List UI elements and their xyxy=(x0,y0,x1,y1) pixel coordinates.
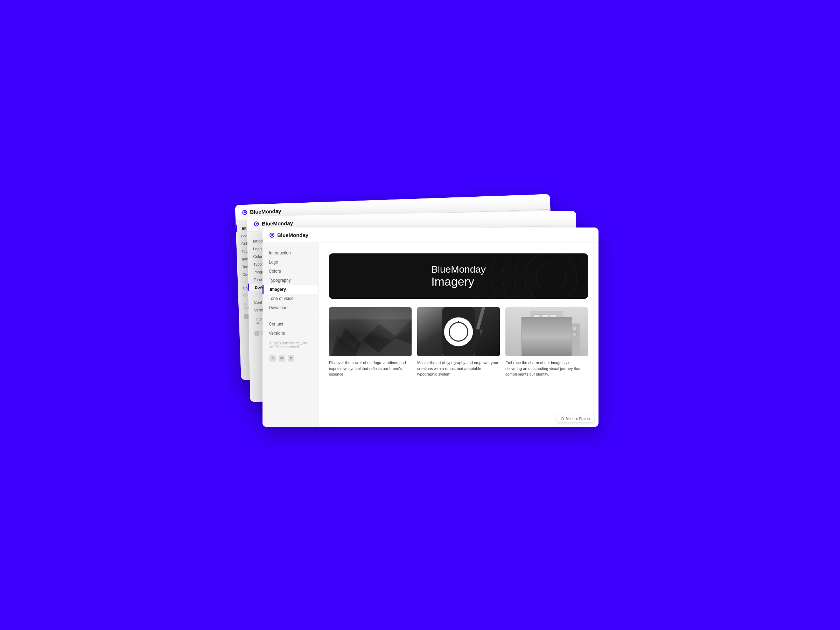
imagery-card-1: Discover the power of our logo: a refine… xyxy=(329,307,412,377)
svg-rect-29 xyxy=(542,331,548,336)
window2-logo-icon xyxy=(254,221,259,226)
svg-rect-28 xyxy=(534,331,540,336)
imagery-desc-3: Embrace the charm of our image style, de… xyxy=(505,360,588,377)
svg-rect-31 xyxy=(534,339,540,344)
w2-twitter-icon xyxy=(254,331,259,336)
twitter-icon xyxy=(243,314,248,319)
hero-circles-bg xyxy=(329,253,588,299)
clock-svg xyxy=(417,307,500,356)
svg-rect-26 xyxy=(542,323,548,328)
rock-svg xyxy=(329,307,412,356)
svg-point-14 xyxy=(444,317,473,346)
svg-point-15 xyxy=(457,330,459,333)
svg-marker-9 xyxy=(329,328,412,356)
scene: BlueMonday Introduc... Logo Colors Typog… xyxy=(227,193,613,437)
imagery-img-rock xyxy=(329,307,412,356)
svg-rect-21 xyxy=(530,311,563,356)
svg-rect-6 xyxy=(329,307,412,356)
w3-sidebar-versions[interactable]: Versions xyxy=(262,328,318,338)
svg-rect-24 xyxy=(550,314,556,319)
svg-rect-22 xyxy=(534,314,540,319)
window1-brand-name: BlueMonday xyxy=(250,208,281,215)
window3-body: Introduction Logo Colors Typography Imag… xyxy=(262,243,598,427)
framer-badge-label: Made in Framer xyxy=(565,417,591,421)
w3-sidebar-tone[interactable]: Tone of voice xyxy=(262,294,318,303)
svg-rect-23 xyxy=(542,314,548,319)
svg-rect-33 xyxy=(550,339,556,344)
w3-social-row: 𝕏 ✉ ⚙ xyxy=(262,352,318,364)
svg-rect-35 xyxy=(567,327,571,330)
window3-main: BlueMonday Imagery xyxy=(319,243,598,427)
w3-sidebar-contact[interactable]: Contact xyxy=(262,319,318,328)
svg-rect-38 xyxy=(572,333,576,336)
svg-marker-10 xyxy=(354,338,412,356)
imagery-hero-section: BlueMonday Imagery xyxy=(329,253,588,299)
w3-sidebar-logo[interactable]: Logo xyxy=(262,257,318,267)
window3-brand-name: BlueMonday xyxy=(277,232,308,238)
window2-brand-name: BlueMonday xyxy=(262,220,293,227)
window3-logo-icon xyxy=(270,233,275,238)
w3-mail-icon[interactable]: ✉ xyxy=(279,355,285,362)
svg-rect-37 xyxy=(567,333,571,336)
window3-header: BlueMonday xyxy=(262,227,598,243)
building-svg xyxy=(505,307,588,356)
svg-rect-25 xyxy=(534,323,540,328)
svg-point-0 xyxy=(536,262,566,292)
svg-rect-7 xyxy=(329,319,412,356)
imagery-card-3: Embrace the charm of our image style, de… xyxy=(505,307,588,377)
svg-line-17 xyxy=(458,332,466,334)
w3-settings-icon[interactable]: ⚙ xyxy=(288,355,294,362)
framer-icon: ⬡ xyxy=(561,417,564,421)
window3-sidebar: Introduction Logo Colors Typography Imag… xyxy=(262,243,319,427)
imagery-grid: Discover the power of our logo: a refine… xyxy=(329,307,588,377)
w3-sidebar-divider xyxy=(262,316,318,316)
w3-sidebar-typography[interactable]: Typography xyxy=(262,276,318,285)
svg-rect-27 xyxy=(550,323,556,328)
window-front: BlueMonday Introduction Logo Colors Typo… xyxy=(262,227,598,427)
w3-sidebar-imagery[interactable]: Imagery xyxy=(262,285,318,294)
svg-rect-32 xyxy=(542,339,548,344)
svg-rect-36 xyxy=(572,327,576,330)
window1-logo-icon xyxy=(242,210,247,215)
svg-marker-8 xyxy=(329,319,412,356)
imagery-img-clock xyxy=(417,307,500,356)
svg-point-3 xyxy=(503,253,588,299)
imagery-img-building xyxy=(505,307,588,356)
imagery-card-2: Master the art of typography and empower… xyxy=(417,307,500,377)
w3-sidebar-copyright: © 2023 BlueMonday, Inc. All Rights reser… xyxy=(262,338,318,352)
w3-sidebar-intro[interactable]: Introduction xyxy=(262,248,318,257)
imagery-desc-1: Discover the power of our logo: a refine… xyxy=(329,360,412,377)
w3-sidebar-download[interactable]: Download xyxy=(262,303,318,312)
imagery-desc-2: Master the art of typography and empower… xyxy=(417,360,500,377)
svg-rect-34 xyxy=(563,324,579,356)
svg-rect-30 xyxy=(550,331,556,336)
w3-sidebar-colors[interactable]: Colors xyxy=(262,267,318,276)
framer-badge[interactable]: ⬡ Made in Framer xyxy=(557,415,594,423)
w3-twitter-icon[interactable]: 𝕏 xyxy=(270,355,276,362)
